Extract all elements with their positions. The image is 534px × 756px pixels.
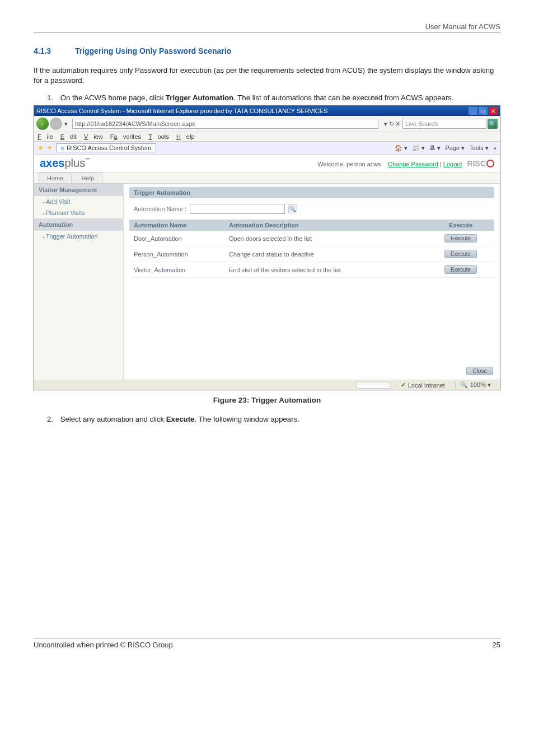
nav-dropdown-icon[interactable]: ▾ (63, 120, 69, 128)
intro-paragraph: If the automation requires only Password… (34, 66, 500, 86)
intranet-zone-icon: ✔ (401, 381, 406, 389)
home-icon[interactable]: 🏠 ▾ (395, 144, 407, 152)
automation-name-input[interactable] (190, 204, 285, 214)
footer-left: Uncontrolled when printed © RISCO Group (34, 641, 173, 649)
filter-label: Automation Name : (134, 206, 186, 212)
cell-desc: Change card status to deactive (224, 248, 427, 261)
step2-text-prefix: Select any automation and click (60, 415, 166, 423)
step2-text-suffix: . The following window appears. (194, 415, 299, 423)
brand-axes: axes (40, 157, 65, 169)
close-panel-button[interactable]: Close (466, 367, 493, 375)
tools-menu[interactable]: Tools ▾ (469, 144, 489, 152)
url-input[interactable]: http://01hw182234/ACWS/MainScreen.aspx (72, 119, 378, 129)
app-tab-home[interactable]: Home (39, 172, 72, 183)
step1-bold: Trigger Automation (166, 94, 233, 102)
search-button[interactable]: 🔍 (288, 204, 297, 213)
change-password-link[interactable]: Change Password (388, 161, 438, 167)
menu-help[interactable]: Help (176, 133, 195, 140)
menu-edit[interactable]: Edit (60, 133, 77, 140)
figure-caption: Figure 23: Trigger Automation (34, 396, 500, 404)
cell-desc: End visit of the visitors selected in th… (224, 263, 427, 277)
cell-name: Visitor_Automation (129, 263, 224, 277)
table-row: Door_Automation Open doors selected in t… (129, 231, 494, 246)
search-go-button[interactable]: 🔍 (488, 119, 498, 129)
tab-label: RISCO Access Control System (67, 144, 151, 151)
intranet-zone-label: Local intranet (408, 382, 445, 389)
stop-icon[interactable]: ✕ (395, 120, 400, 128)
step1-text-suffix: . The list of automations that can be ex… (233, 94, 453, 102)
app-tab-help[interactable]: Help (73, 172, 102, 183)
col-header-desc: Automation Description (224, 220, 427, 231)
brand-plus: plus (65, 157, 86, 169)
cell-name: Door_Automation (129, 232, 224, 245)
back-button[interactable]: ← (36, 118, 49, 130)
sidebar-item-add-visit[interactable]: Add Visit (34, 196, 123, 207)
menu-file[interactable]: FFileile (38, 133, 53, 140)
print-icon[interactable]: 🖶 ▾ (429, 144, 441, 152)
status-blank (357, 382, 390, 389)
refresh-icon[interactable]: ▾ ↻ (384, 120, 394, 128)
logout-link[interactable]: Logout (443, 161, 462, 167)
screenshot-container: RISCO Access Control System - Microsoft … (34, 105, 500, 390)
step2-bold: Execute (166, 415, 195, 423)
cell-name: Person_Automation (129, 248, 224, 261)
footer-page-number: 25 (493, 641, 500, 649)
col-header-name: Automation Name (129, 220, 224, 231)
col-header-exec: Execute (427, 220, 494, 231)
sidebar-group-automation: Automation (34, 218, 123, 231)
sidebar-item-planned-visits[interactable]: Planned Visits (34, 207, 123, 218)
zoom-icon[interactable]: 🔍 (460, 381, 468, 389)
automation-grid: Automation Name Automation Description E… (129, 220, 494, 278)
favorites-star-icon[interactable]: ★ (38, 144, 44, 152)
live-search-input[interactable]: Live Search (402, 119, 486, 129)
panel-title: Trigger Automation (129, 187, 494, 198)
toolbar-chevron-icon[interactable]: » (493, 144, 496, 151)
risco-wheel-icon (486, 160, 494, 167)
brand-tm: ™ (85, 157, 90, 162)
browser-menu-bar: FFileile Edit View Favorites Tools Help (34, 132, 500, 142)
forward-button[interactable]: → (50, 118, 62, 130)
page-menu[interactable]: Page ▾ (445, 144, 465, 152)
menu-favorites[interactable]: Favorites (110, 133, 141, 140)
tab-ie-icon: e (61, 144, 64, 151)
sidebar-group-visitor: Visitor Management (34, 184, 123, 196)
table-row: Person_Automation Change card status to … (129, 246, 494, 262)
list-number-2: 2. (47, 414, 58, 424)
table-row: Visitor_Automation End visit of the visi… (129, 262, 494, 278)
browser-tab-active[interactable]: e RISCO Access Control System (56, 143, 156, 152)
feeds-icon[interactable]: 📰 ▾ (412, 144, 425, 152)
menu-view[interactable]: View (84, 133, 103, 140)
step1-text-prefix: On the ACWS home page, click (60, 94, 166, 102)
section-title: Triggering Using Only Password Scenario (75, 46, 231, 55)
execute-button[interactable]: Execute (444, 234, 477, 242)
add-favorites-icon[interactable]: ✦ (47, 144, 53, 152)
zoom-level[interactable]: 100% ▾ (470, 381, 491, 389)
close-window-button[interactable]: ✕ (489, 107, 498, 115)
execute-button[interactable]: Execute (444, 250, 477, 258)
cell-desc: Open doors selected in the list (224, 232, 427, 245)
page-header-right: User Manual for ACWS (425, 22, 500, 31)
welcome-text: Welcome, person acws (317, 161, 381, 167)
risco-logo: RISC (467, 159, 494, 168)
sidebar-item-trigger-automation[interactable]: Trigger Automation (34, 231, 123, 242)
sidebar: Visitor Management Add Visit Planned Vis… (34, 184, 124, 380)
list-number-1: 1. (47, 93, 58, 103)
menu-tools[interactable]: Tools (148, 133, 169, 140)
window-title: RISCO Access Control System - Microsoft … (36, 108, 327, 114)
maximize-button[interactable]: □ (479, 107, 488, 115)
section-number: 4.1.3 (34, 46, 73, 55)
execute-button[interactable]: Execute (444, 265, 477, 274)
minimize-button[interactable]: _ (469, 107, 477, 115)
